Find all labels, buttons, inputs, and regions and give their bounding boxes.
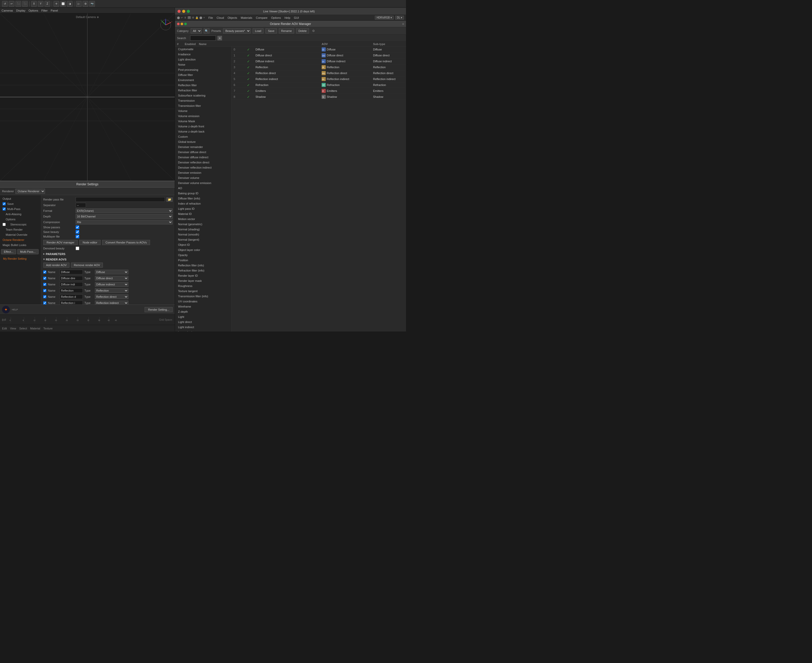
aov-manager-btn[interactable]: Render AOV manager: [43, 240, 78, 245]
search-input[interactable]: [190, 36, 216, 40]
aov-diffuse-check[interactable]: [43, 270, 46, 273]
aov-settings-icon[interactable]: ⚙: [312, 29, 315, 33]
sidebar-teamrender[interactable]: Team Render: [0, 227, 41, 232]
cat-transmission[interactable]: Transmission: [175, 98, 231, 103]
toolbar-x[interactable]: X: [31, 1, 37, 7]
aov-diffuse-indirect-name[interactable]: [60, 282, 83, 287]
cat-cryptomatte[interactable]: Cryptomatte: [175, 47, 231, 52]
cat-normal-smooth[interactable]: Normal (smooth): [175, 232, 231, 237]
toolbar-open[interactable]: ⬛: [22, 1, 28, 7]
depth-select[interactable]: 16 Bit/Channel: [76, 214, 173, 219]
toolbar-move[interactable]: ✛: [53, 1, 59, 7]
compression-select[interactable]: Rle: [76, 220, 173, 225]
sidebar-materialoverride[interactable]: Material Override: [0, 232, 41, 237]
my-render-setting[interactable]: My Render Setting: [2, 256, 39, 261]
show-passes-checkbox[interactable]: [76, 225, 79, 229]
cat-render-layer-mask[interactable]: Render layer mask: [175, 278, 231, 283]
aov-refl-indirect-type[interactable]: Reflection indirect: [95, 301, 128, 304]
aov-diffuse-direct-name[interactable]: [60, 276, 83, 281]
lv-close-btn[interactable]: [178, 10, 181, 13]
aov-diffuse-direct-check[interactable]: [43, 277, 46, 280]
effect-button[interactable]: Effect...: [1, 249, 16, 254]
table-row-8[interactable]: 8 ✓ Shadow S Shadow Shadow: [232, 94, 406, 100]
toolbar-scale[interactable]: ⬜: [60, 1, 66, 7]
cat-light-direct[interactable]: Light direct: [175, 319, 231, 325]
cat-index-of-refraction[interactable]: Index of refraction: [175, 201, 231, 206]
cat-light-pass-id[interactable]: Light pass ID: [175, 206, 231, 211]
render-setting-btn[interactable]: Render Setting...: [145, 307, 173, 312]
edit-item-view[interactable]: View: [10, 327, 16, 330]
cat-roughness[interactable]: Roughness: [175, 283, 231, 288]
edit-item-texture[interactable]: Texture: [43, 327, 52, 330]
cat-custom[interactable]: Custom: [175, 134, 231, 139]
multipass-checkbox[interactable]: [3, 207, 6, 210]
cat-normal-shading[interactable]: Normal (shading): [175, 227, 231, 232]
dl-dropdown[interactable]: DL ▾: [395, 16, 404, 19]
menu-filter[interactable]: Filter: [42, 9, 48, 12]
cat-environment[interactable]: Environment: [175, 78, 231, 82]
browse-button[interactable]: 📁: [166, 197, 173, 202]
sidebar-options[interactable]: Options: [0, 217, 41, 222]
cat-texture-tangent[interactable]: Texture tangent: [175, 288, 231, 294]
load-button[interactable]: Load: [253, 28, 263, 34]
cat-irradiance[interactable]: Irradiance: [175, 52, 231, 57]
cat-object-id[interactable]: Object ID: [175, 242, 231, 247]
cat-denoiser-volume[interactable]: Denoiser volume: [175, 175, 231, 180]
cat-layer-shadows[interactable]: Layer shadows: [175, 330, 231, 332]
aov-search-icon[interactable]: 🔍: [204, 28, 210, 34]
lv-menu-file[interactable]: File: [208, 16, 213, 19]
sidebar-save[interactable]: Save: [0, 201, 41, 206]
sidebar-output[interactable]: Output: [0, 196, 41, 201]
table-row-6[interactable]: 6 ✓ Refraction Rf Refraction Refraction: [232, 82, 406, 88]
render-aovs-section[interactable]: RENDER AOVS: [43, 258, 173, 261]
sidebar-antialiasing[interactable]: Anti-Aliasing: [0, 212, 41, 217]
convert-passes-btn[interactable]: Convert Render Passes to AOVs: [102, 240, 150, 245]
menu-cameras[interactable]: Cameras: [2, 9, 13, 12]
cat-ao[interactable]: AO: [175, 186, 231, 191]
edit-item-edit[interactable]: Edit: [2, 327, 7, 330]
denoised-beauty-checkbox[interactable]: [76, 247, 79, 250]
separator-input[interactable]: [76, 203, 86, 207]
aov-close-dot[interactable]: [177, 23, 179, 25]
save-beauty-checkbox[interactable]: [76, 230, 79, 234]
table-row-0[interactable]: 0 ✓ Diffuse D Diffuse Diffuse: [232, 47, 406, 52]
lv-maximize-btn[interactable]: [187, 10, 190, 13]
format-select[interactable]: EXR(Octane): [76, 209, 173, 213]
lv-menu-materials[interactable]: Materials: [241, 16, 252, 19]
toolbar-z[interactable]: Z: [45, 1, 50, 7]
menu-panel[interactable]: Panel: [51, 9, 58, 12]
cat-zdepth[interactable]: Z-depth: [175, 309, 231, 314]
cat-volume-zdepth-back[interactable]: Volume z-depth back: [175, 129, 231, 134]
add-aov-btn[interactable]: Add render AOV: [43, 262, 69, 268]
cat-light-direction[interactable]: Light direction: [175, 57, 231, 62]
cat-denoiser-reflection-direct[interactable]: Denoiser reflection direct: [175, 160, 231, 165]
viewport[interactable]: Default Camera ⊕: [0, 13, 175, 181]
aov-refl-indirect-check[interactable]: [43, 301, 46, 304]
table-row-3[interactable]: 3 ✓ Reflection R Reflection Reflection: [232, 64, 406, 70]
aov-maximize-dot[interactable]: [184, 23, 187, 25]
cat-light[interactable]: Light: [175, 314, 231, 319]
cat-refraction-filter[interactable]: Refraction filter: [175, 88, 231, 93]
cat-wireframe[interactable]: Wireframe: [175, 304, 231, 309]
toolbar-refresh[interactable]: ↺: [2, 1, 8, 7]
cat-denoiser-volume-emission[interactable]: Denoiser volume emission: [175, 180, 231, 186]
cat-refraction-filter-info[interactable]: Refraction filter (info): [175, 268, 231, 273]
cat-denoiser-diffuse-indirect[interactable]: Denoiser diffuse indirect: [175, 155, 231, 160]
aov-refl-direct-check[interactable]: [43, 295, 46, 298]
cat-reflection-filter-info[interactable]: Reflection filter (info): [175, 263, 231, 268]
cat-denoiser-emission[interactable]: Denoiser emission: [175, 170, 231, 175]
toolbar-y[interactable]: Y: [38, 1, 44, 7]
cat-volume[interactable]: Volume: [175, 108, 231, 113]
cat-denoiser-remainder[interactable]: Denoiser remainder: [175, 144, 231, 150]
lv-menu-help[interactable]: Help: [284, 16, 291, 19]
edit-item-material[interactable]: Material: [30, 327, 40, 330]
cat-noise[interactable]: Noise: [175, 62, 231, 67]
stereoscopic-checkbox[interactable]: [3, 223, 6, 226]
cat-denoiser-diffuse-direct[interactable]: Denoiser diffuse direct: [175, 150, 231, 155]
cat-transmission-filter[interactable]: Transmission filter: [175, 103, 231, 108]
aov-diffuse-indirect-check[interactable]: [43, 283, 46, 286]
toolbar-render[interactable]: ▷: [76, 1, 82, 7]
cat-diffuse-filter[interactable]: Diffuse filter: [175, 72, 231, 78]
cat-transmission-filter-info[interactable]: Transmission filter (info): [175, 294, 231, 299]
cat-position[interactable]: Position: [175, 258, 231, 263]
